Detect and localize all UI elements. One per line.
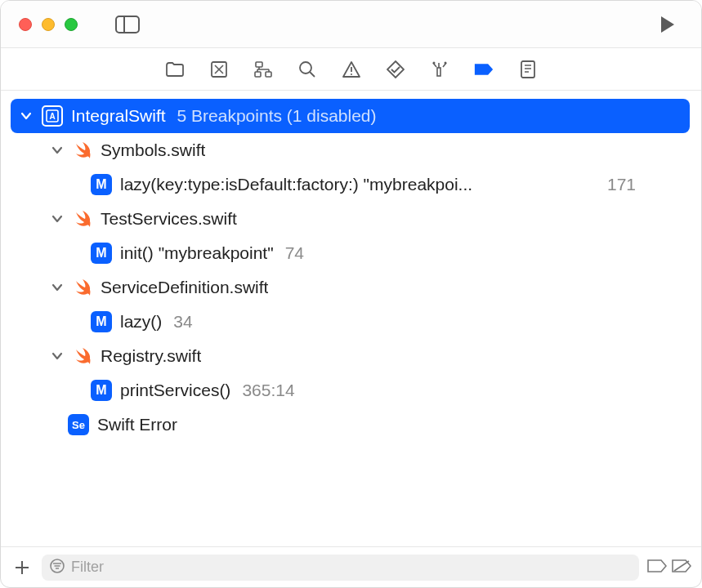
breakpoint-toggle[interactable] xyxy=(651,416,683,434)
breakpoint-line: 171 xyxy=(607,175,636,194)
project-name: IntegralSwift xyxy=(71,106,166,126)
swift-error-label: Swift Error xyxy=(97,415,177,434)
svg-rect-16 xyxy=(437,68,440,76)
breakpoint-row[interactable]: M printServices() 365:14 xyxy=(11,373,690,408)
chevron-down-icon[interactable] xyxy=(50,212,65,226)
method-icon: M xyxy=(91,174,112,195)
breakpoint-summary: 5 Breakpoints (1 disabled) xyxy=(177,106,377,126)
swift-error-icon: Se xyxy=(68,414,89,435)
project-navigator-icon[interactable] xyxy=(165,60,185,79)
chevron-down-icon[interactable] xyxy=(50,143,65,158)
breakpoint-label: init() "mybreakpoint" xyxy=(120,243,274,263)
breakpoint-row[interactable]: M lazy(key:type:isDefault:factory:) "myb… xyxy=(11,167,690,202)
filter-icon xyxy=(50,559,65,577)
source-control-navigator-icon[interactable] xyxy=(209,60,229,79)
breakpoint-toggle[interactable] xyxy=(651,176,683,194)
file-name: Symbols.swift xyxy=(101,140,205,160)
breakpoint-label: lazy() xyxy=(120,312,162,332)
svg-text:A: A xyxy=(49,112,55,121)
run-button[interactable] xyxy=(652,13,683,36)
svg-point-18 xyxy=(444,61,446,64)
breakpoint-toggle[interactable] xyxy=(651,381,683,399)
file-row[interactable]: TestServices.swift xyxy=(11,202,690,236)
breakpoint-row[interactable]: M init() "mybreakpoint" 74 xyxy=(11,236,690,270)
breakpoint-navigator-icon[interactable] xyxy=(474,60,494,79)
filter-input[interactable] xyxy=(71,559,631,576)
svg-rect-0 xyxy=(116,16,139,33)
chevron-down-icon[interactable] xyxy=(19,109,34,123)
file-name: TestServices.swift xyxy=(101,209,237,229)
show-disabled-breakpoints-button[interactable] xyxy=(672,559,691,576)
svg-rect-20 xyxy=(521,61,534,78)
method-icon: M xyxy=(91,243,112,264)
breakpoint-toggle[interactable] xyxy=(651,313,683,331)
toggle-sidebar-button[interactable] xyxy=(112,13,143,36)
debug-navigator-icon[interactable] xyxy=(430,60,449,79)
chevron-down-icon[interactable] xyxy=(50,280,65,295)
svg-point-17 xyxy=(432,61,435,64)
svg-rect-6 xyxy=(255,72,261,77)
svg-line-32 xyxy=(674,561,689,571)
app-icon: A xyxy=(42,105,63,127)
svg-point-12 xyxy=(300,62,311,74)
file-row[interactable]: ServiceDefinition.swift xyxy=(11,270,690,305)
filter-bar xyxy=(1,546,701,587)
find-navigator-icon[interactable] xyxy=(297,60,317,79)
add-breakpoint-button[interactable] xyxy=(11,556,34,579)
method-icon: M xyxy=(91,380,112,401)
file-name: ServiceDefinition.swift xyxy=(101,278,268,297)
swift-file-icon xyxy=(73,209,92,229)
navigator-selector xyxy=(1,48,701,91)
method-icon: M xyxy=(91,311,112,332)
svg-line-13 xyxy=(310,72,315,77)
filter-field-wrap[interactable] xyxy=(42,555,639,581)
breakpoint-label: printServices() xyxy=(120,381,230,400)
breakpoint-line: 74 xyxy=(285,243,304,263)
swift-file-icon xyxy=(73,278,92,297)
breakpoint-label: lazy(key:type:isDefault:factory:) "mybre… xyxy=(120,175,596,194)
show-enabled-breakpoints-button[interactable] xyxy=(647,559,667,576)
swift-error-breakpoint-row[interactable]: Se Swift Error xyxy=(11,408,690,442)
close-window-button[interactable] xyxy=(19,18,32,31)
breakpoint-tree: A IntegralSwift 5 Breakpoints (1 disable… xyxy=(1,91,701,546)
file-row[interactable]: Registry.swift xyxy=(11,339,690,373)
test-navigator-icon[interactable] xyxy=(386,60,405,79)
breakpoint-filter-buttons xyxy=(647,559,691,576)
traffic-lights xyxy=(19,18,78,31)
chevron-down-icon[interactable] xyxy=(50,349,65,363)
breakpoint-line: 365:14 xyxy=(242,381,294,400)
swift-file-icon xyxy=(73,346,92,366)
file-name: Registry.swift xyxy=(101,346,201,366)
titlebar xyxy=(1,1,701,48)
swift-file-icon xyxy=(73,140,92,160)
file-row[interactable]: Symbols.swift xyxy=(11,133,690,167)
project-row[interactable]: A IntegralSwift 5 Breakpoints (1 disable… xyxy=(11,99,690,133)
minimize-window-button[interactable] xyxy=(42,18,55,31)
report-navigator-icon[interactable] xyxy=(518,60,538,79)
svg-rect-5 xyxy=(256,62,262,67)
symbol-navigator-icon[interactable] xyxy=(253,60,273,79)
zoom-window-button[interactable] xyxy=(65,18,78,31)
breakpoint-row[interactable]: M lazy() 34 xyxy=(11,305,690,339)
issue-navigator-icon[interactable] xyxy=(342,60,361,79)
breakpoint-line: 34 xyxy=(173,312,192,332)
svg-rect-7 xyxy=(266,72,271,77)
svg-point-15 xyxy=(351,74,352,75)
breakpoint-toggle[interactable] xyxy=(651,244,683,262)
